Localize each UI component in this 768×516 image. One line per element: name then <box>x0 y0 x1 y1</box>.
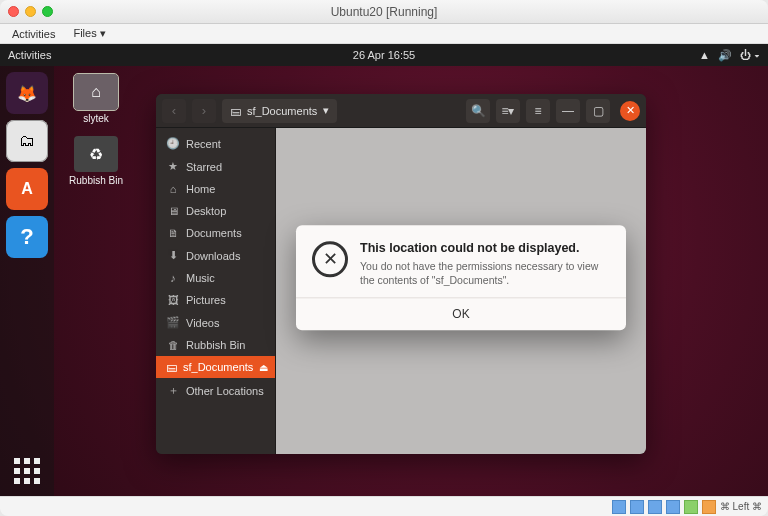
gnome-desktop[interactable]: 🦊 🗂 A ? ⌂ slytek ♻ Rubbish Bin ‹ › <box>0 66 768 496</box>
vm-indicator-icon[interactable] <box>702 500 716 514</box>
window-close-button[interactable]: ✕ <box>620 101 640 121</box>
nav-back-button[interactable]: ‹ <box>162 99 186 123</box>
sidebar-item-label: Rubbish Bin <box>186 339 245 351</box>
drive-icon: 🖴 <box>230 105 241 117</box>
sidebar-item-pictures[interactable]: 🖼Pictures <box>156 289 275 311</box>
sidebar-item-recent[interactable]: 🕘Recent <box>156 132 275 155</box>
view-toggle-button[interactable]: ≡▾ <box>496 99 520 123</box>
sidebar-item-rubbish-bin[interactable]: 🗑Rubbish Bin <box>156 334 275 356</box>
host-window-title: Ubuntu20 [Running] <box>0 5 768 19</box>
sidebar-item-label: Home <box>186 183 215 195</box>
vm-viewport: Activities 26 Apr 16:55 ▲ 🔊 ⏻ ▾ 🦊 🗂 A ? … <box>0 44 768 496</box>
sidebar-item-label: Recent <box>186 138 221 150</box>
sidebar-item-label: Downloads <box>186 250 240 262</box>
error-dialog: ✕ This location could not be displayed. … <box>296 225 626 330</box>
gnome-clock[interactable]: 26 Apr 16:55 <box>0 49 768 61</box>
desktop-icon-label: slytek <box>66 113 126 124</box>
dialog-title: This location could not be displayed. <box>360 241 610 255</box>
dock-firefox[interactable]: 🦊 <box>6 72 48 114</box>
trash-icon: ♻ <box>74 136 118 172</box>
zoom-icon[interactable] <box>42 6 53 17</box>
chevron-down-icon: ▾ <box>323 104 329 117</box>
sidebar-item-label: Videos <box>186 317 219 329</box>
sidebar-icon: 🖼 <box>166 294 180 306</box>
dialog-message: You do not have the permissions necessar… <box>360 259 610 287</box>
sidebar-icon: 🖥 <box>166 205 180 217</box>
network-icon[interactable]: ▲ <box>699 49 710 61</box>
sidebar-item-label: Documents <box>186 227 242 239</box>
vm-indicator-icon[interactable] <box>612 500 626 514</box>
software-icon: A <box>21 180 33 198</box>
sidebar-item-label: Starred <box>186 161 222 173</box>
dock: 🦊 🗂 A ? <box>0 66 54 496</box>
window-maximize-button[interactable]: ▢ <box>586 99 610 123</box>
files-content-pane[interactable]: ✕ This location could not be displayed. … <box>276 128 646 454</box>
gnome-top-bar: Activities 26 Apr 16:55 ▲ 🔊 ⏻ ▾ <box>0 44 768 66</box>
sidebar-item-label: sf_Documents <box>183 361 253 373</box>
vm-indicator-icon[interactable] <box>684 500 698 514</box>
sidebar-item-home[interactable]: ⌂Home <box>156 178 275 200</box>
desktop-icon-home[interactable]: ⌂ slytek <box>66 74 126 124</box>
breadcrumb-label: sf_Documents <box>247 105 317 117</box>
window-minimize-button[interactable]: — <box>556 99 580 123</box>
host-titlebar: Ubuntu20 [Running] <box>0 0 768 24</box>
files-headerbar: ‹ › 🖴 sf_Documents ▾ 🔍 ≡▾ ≡ — ▢ ✕ <box>156 94 646 128</box>
sidebar-icon: ⌂ <box>166 183 180 195</box>
dock-files[interactable]: 🗂 <box>6 120 48 162</box>
files-window: ‹ › 🖴 sf_Documents ▾ 🔍 ≡▾ ≡ — ▢ ✕ 🕘Recen… <box>156 94 646 454</box>
sidebar-item-label: Pictures <box>186 294 226 306</box>
minimize-icon[interactable] <box>25 6 36 17</box>
sidebar-item-label: Music <box>186 272 215 284</box>
sidebar-icon: 🗑 <box>166 339 180 351</box>
host-menu-activities[interactable]: Activities <box>6 26 61 42</box>
show-applications-button[interactable] <box>10 454 44 488</box>
power-menu[interactable]: ⏻ ▾ <box>740 49 760 61</box>
home-folder-icon: ⌂ <box>74 74 118 110</box>
host-menu-files[interactable]: Files ▾ <box>67 25 111 42</box>
sidebar-item-documents[interactable]: 🗎Documents <box>156 222 275 244</box>
vm-indicator-icon[interactable] <box>648 500 662 514</box>
desktop-icons: ⌂ slytek ♻ Rubbish Bin <box>66 74 126 186</box>
sidebar-item-label: Desktop <box>186 205 226 217</box>
desktop-icon-trash[interactable]: ♻ Rubbish Bin <box>66 136 126 186</box>
vm-indicator-icon[interactable] <box>666 500 680 514</box>
dock-software[interactable]: A <box>6 168 48 210</box>
search-button[interactable]: 🔍 <box>466 99 490 123</box>
sidebar-item-other-locations[interactable]: ＋Other Locations <box>156 378 275 403</box>
files-icon: 🗂 <box>19 132 35 150</box>
host-status-bar: ⌘ Left ⌘ <box>0 496 768 516</box>
sidebar-item-desktop[interactable]: 🖥Desktop <box>156 200 275 222</box>
sidebar-item-videos[interactable]: 🎬Videos <box>156 311 275 334</box>
hamburger-menu-button[interactable]: ≡ <box>526 99 550 123</box>
sidebar-icon: 🎬 <box>166 316 180 329</box>
gnome-activities[interactable]: Activities <box>8 49 51 61</box>
error-icon: ✕ <box>312 241 348 277</box>
sidebar-icon: 🕘 <box>166 137 180 150</box>
vm-indicator-icon[interactable] <box>630 500 644 514</box>
host-menubar: Activities Files ▾ <box>0 24 768 44</box>
sidebar-icon: ★ <box>166 160 180 173</box>
sidebar-icon: 🗎 <box>166 227 180 239</box>
dialog-ok-button[interactable]: OK <box>296 298 626 331</box>
sidebar-item-downloads[interactable]: ⬇Downloads <box>156 244 275 267</box>
breadcrumb[interactable]: 🖴 sf_Documents ▾ <box>222 99 337 123</box>
sidebar-icon: ⬇ <box>166 249 180 262</box>
files-sidebar: 🕘Recent★Starred⌂Home🖥Desktop🗎Documents⬇D… <box>156 128 276 454</box>
desktop-icon-label: Rubbish Bin <box>66 175 126 186</box>
firefox-icon: 🦊 <box>17 84 37 103</box>
sidebar-item-music[interactable]: ♪Music <box>156 267 275 289</box>
nav-forward-button[interactable]: › <box>192 99 216 123</box>
sidebar-icon: ♪ <box>166 272 180 284</box>
dock-help[interactable]: ? <box>6 216 48 258</box>
sidebar-item-sf_documents[interactable]: 🖴sf_Documents⏏ <box>156 356 275 378</box>
sidebar-item-starred[interactable]: ★Starred <box>156 155 275 178</box>
close-icon[interactable] <box>8 6 19 17</box>
sidebar-item-label: Other Locations <box>186 385 264 397</box>
sidebar-icon: 🖴 <box>166 361 177 373</box>
host-capture-hint: ⌘ Left ⌘ <box>720 501 762 512</box>
volume-icon[interactable]: 🔊 <box>718 49 732 62</box>
sidebar-icon: ＋ <box>166 383 180 398</box>
eject-icon[interactable]: ⏏ <box>259 362 268 373</box>
help-icon: ? <box>20 224 33 250</box>
